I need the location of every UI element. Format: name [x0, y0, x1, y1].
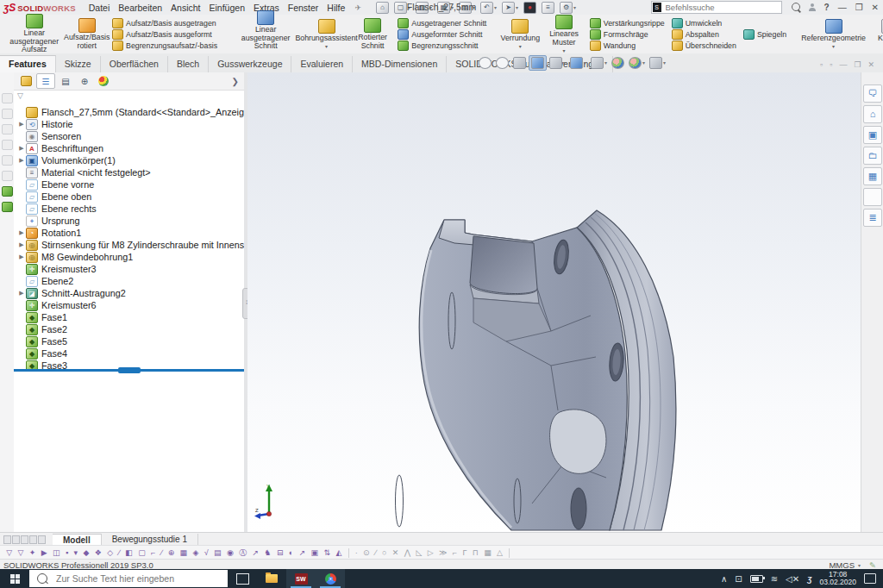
tab-blech[interactable]: Blech	[168, 56, 209, 72]
apply-scene-button[interactable]: ▾	[627, 56, 647, 70]
sketch-tool-icon-8[interactable]: ❖	[91, 548, 103, 557]
doc-tile-icon[interactable]: ▫	[830, 60, 832, 69]
sketch-tool-icon-2[interactable]: ✦	[27, 548, 39, 557]
tree-filter-icon[interactable]: ▽	[14, 91, 244, 104]
boundary-boss-button[interactable]: Begrenzungsaufsatz/-basis	[110, 41, 219, 51]
sketch-tool-icon-12[interactable]: ▢	[135, 548, 148, 557]
doc-cascade-icon[interactable]: ▫	[820, 60, 823, 69]
boundary-cut-button[interactable]: Begrenzungsschnitt	[396, 41, 488, 51]
tree-item-beschriftungen[interactable]: ▶ABeschriftungen	[14, 142, 244, 154]
search-lens-icon[interactable]	[787, 3, 805, 13]
geometry-tool-icon-8[interactable]: ≫	[436, 548, 450, 557]
tree-item-kreismuster6[interactable]: ✛Kreismuster6	[14, 299, 244, 311]
display-manager-tab[interactable]	[95, 74, 112, 88]
view-tool-icon-5[interactable]	[2, 171, 13, 181]
sketch-tool-icon-13[interactable]: ⌐	[148, 548, 159, 557]
sketch-tool-icon-27[interactable]: ▣	[308, 548, 321, 557]
lofted-boss-button[interactable]: Aufsatz/Basis ausgeformt	[110, 29, 219, 40]
sketch-tool-icon-21[interactable]: Ⓐ	[236, 547, 249, 559]
intersect-button[interactable]: Überschneiden	[670, 41, 738, 51]
geometry-tool-icon-11[interactable]: ⊓	[470, 548, 481, 557]
expand-arrow-icon[interactable]: ▶	[17, 157, 26, 164]
battery-icon[interactable]	[750, 575, 763, 583]
unit-system-selector[interactable]: MMGS ▾	[829, 560, 861, 570]
geometry-tool-icon-5[interactable]: ⋀	[401, 548, 413, 557]
tab-bewegungsstudie-1[interactable]: Bewegungsstudie 1	[102, 534, 198, 546]
tree-item-fase2[interactable]: ◆Fase2	[14, 323, 244, 335]
settings-button[interactable]: ⚙▾	[557, 1, 579, 14]
flyout-arrow-icon[interactable]: ❯	[232, 77, 241, 86]
menu-bearbeiten[interactable]: Bearbeiten	[114, 2, 166, 14]
view-palette-icon[interactable]: ▦	[863, 167, 882, 185]
sketch-tool-icon-23[interactable]: ♞	[261, 548, 273, 557]
tree-item-sensoren[interactable]: ◉Sensoren	[14, 130, 244, 142]
geometry-tool-icon-7[interactable]: ▷	[425, 548, 436, 557]
geometry-tool-icon-9[interactable]: ⌐	[450, 548, 460, 557]
view-tool-icon-1[interactable]	[2, 109, 13, 119]
window-split-box-4[interactable]	[38, 535, 46, 544]
expand-arrow-icon[interactable]: ▶	[17, 121, 26, 128]
geometry-tool-icon-0[interactable]: ·	[353, 548, 360, 557]
tree-item-m8-gewindebohrung1[interactable]: ▶◎M8 Gewindebohrung1	[14, 251, 244, 263]
tab-oberfl-chen[interactable]: Oberflächen	[101, 56, 168, 72]
solidworks-taskbar-button[interactable]: SW	[286, 569, 316, 588]
geometry-tool-icon-2[interactable]: ∕	[373, 548, 379, 557]
sketch-tool-icon-4[interactable]: ◫	[50, 548, 63, 557]
tree-item-ebene2[interactable]: ▱Ebene2	[14, 275, 244, 287]
sketch-tool-icon-14[interactable]: ∕	[159, 548, 166, 557]
select-button[interactable]: ➤▾	[499, 1, 521, 14]
tab-evaluieren[interactable]: Evaluieren	[291, 56, 353, 72]
zoom-fit-button[interactable]	[477, 56, 493, 70]
linear-pattern-button[interactable]: Lineares Muster▾	[542, 13, 586, 55]
window-split-box-3[interactable]	[29, 535, 37, 544]
view-tool-icon-0[interactable]	[2, 93, 13, 103]
splitter-boxes[interactable]	[3, 535, 46, 544]
window-split-box-2[interactable]	[21, 535, 28, 544]
task-view-button[interactable]	[228, 569, 257, 588]
tree-item-volumenk-rper-1-[interactable]: ▶▣Volumenkörper(1)	[14, 154, 244, 166]
window-split-box-1[interactable]	[12, 535, 20, 544]
tree-item-ebene-oben[interactable]: ▱Ebene oben	[14, 191, 244, 203]
sketch-tool-icon-11[interactable]: ◧	[122, 548, 135, 557]
tree-item-fase1[interactable]: ◆Fase1	[14, 311, 244, 323]
mirror-button[interactable]: Spiegeln	[742, 29, 788, 40]
sketch-tool-icon-7[interactable]: ◆	[80, 548, 91, 557]
sketch-tool-icon-29[interactable]: ◭	[333, 548, 344, 557]
appearances-icon[interactable]	[863, 188, 882, 206]
tree-item-schnitt-austragung2[interactable]: ▶◪Schnitt-Austragung2	[14, 287, 244, 299]
sketch-tool-icon-16[interactable]: ▦	[177, 548, 190, 557]
edit-sketch-status-icon[interactable]: ✎	[869, 560, 876, 570]
home-button[interactable]: ⌂	[373, 1, 391, 14]
pin-menu-icon[interactable]: ✈	[354, 3, 361, 12]
close-button[interactable]: ✕	[867, 3, 883, 12]
start-button[interactable]	[0, 569, 29, 588]
tray-expand-icon[interactable]: ∧	[721, 574, 727, 584]
doc-restore-icon[interactable]: ❐	[854, 60, 861, 69]
tree-item-fase4[interactable]: ◆Fase4	[14, 347, 244, 360]
hide-show-items-button[interactable]: ▾	[589, 56, 609, 70]
action-center-icon[interactable]	[864, 573, 876, 584]
sketch-tool-icon-10[interactable]: ∕	[116, 548, 122, 557]
restore-button[interactable]: ❐	[851, 3, 867, 12]
geometry-tool-icon-1[interactable]: ⊙	[360, 548, 373, 557]
revolve-boss-button[interactable]: Aufsatz/Basis rotiert	[65, 16, 109, 52]
tab-mbd-dimensionen[interactable]: MBD-Dimensionen	[353, 56, 447, 72]
tree-item-material-nicht-festgelegt-[interactable]: ≡Material <nicht festgelegt>	[14, 166, 244, 178]
forum-icon[interactable]: 🗨	[863, 84, 882, 103]
section-view-button[interactable]	[529, 55, 547, 71]
swept-boss-button[interactable]: Aufsatz/Basis ausgetragen	[110, 18, 219, 28]
expand-arrow-icon[interactable]: ▶	[17, 290, 26, 297]
sketch-tool-icon-22[interactable]: ↗	[249, 548, 261, 557]
sketch-tool-icon-20[interactable]: ◉	[224, 548, 236, 557]
reference-geometry-button[interactable]: Referenzgeometrie▾	[798, 17, 868, 52]
menu-datei[interactable]: Datei	[85, 2, 115, 14]
geometry-tool-icon-3[interactable]: ○	[379, 548, 390, 557]
doc-close-icon[interactable]: ✕	[867, 60, 874, 69]
taskbar-clock[interactable]: 17:08 03.02.2020	[819, 571, 856, 587]
sketch-tool-icon-6[interactable]: ▾	[71, 548, 80, 557]
sketch-tool-icon-15[interactable]: ⊕	[165, 548, 177, 557]
menu-hilfe[interactable]: Hilfe	[323, 2, 349, 14]
print-button[interactable]: ▤▾	[456, 1, 478, 14]
edit-appearance-button[interactable]	[610, 56, 626, 70]
part-tab[interactable]	[17, 74, 34, 88]
